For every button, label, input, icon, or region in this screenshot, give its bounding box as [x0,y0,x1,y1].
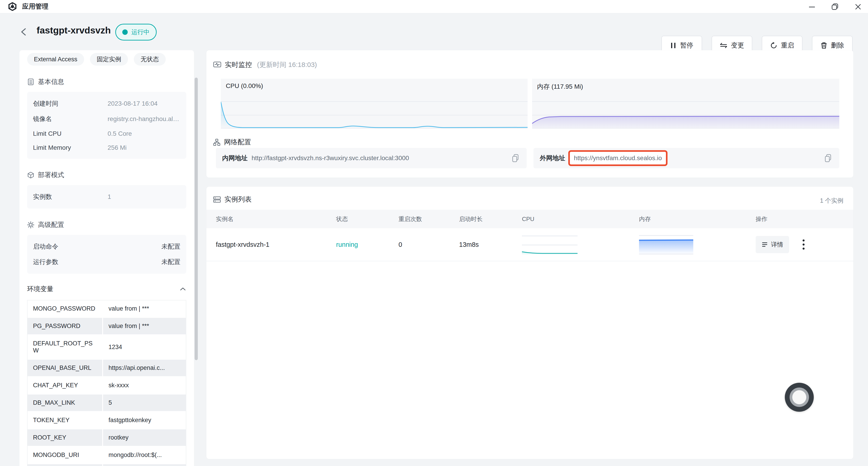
env-value: https://api.openai.c... [103,360,186,376]
env-key: DB_MAX_LINK [28,395,102,411]
copy-icon[interactable] [510,153,520,163]
monitor-icon [213,61,221,68]
network-title: 网络配置 [224,138,251,147]
tag-fixed-instance[interactable]: 固定实例 [90,53,128,66]
env-value: mongodb://root:$(... [103,447,186,463]
cpu-chart-title: CPU (0.00%) [226,82,263,90]
document-icon [27,78,34,86]
close-icon[interactable] [854,2,863,11]
instance-list-title: 实例列表 [224,195,252,204]
back-button[interactable] [19,26,29,37]
info-label: Limit CPU [33,130,107,137]
basic-info-box: 创建时间 2023-08-17 16:04 镜像名 registry.cn-ha… [27,92,186,159]
info-value: 未配置 [161,258,180,266]
info-row: Limit CPU 0.5 Core [27,127,186,141]
info-value: 2023-08-17 16:04 [107,100,158,107]
info-value: 0.5 Core [107,130,132,137]
col-header-actions: 操作 [756,215,853,223]
info-row: 启动命令 未配置 [27,239,186,254]
basic-info-header: 基本信息 [27,77,186,86]
page-title: fastgpt-xrvdsvzh [37,25,111,36]
gear-icon [27,221,34,229]
trash-icon [820,42,827,49]
status-dot-icon [122,29,128,35]
cpu-line-chart [221,79,528,128]
window-title: 应用管理 [22,2,49,11]
env-key: DEFAULT_ROOT_PSW [28,335,102,359]
instance-uptime: 13m8s [459,241,522,249]
restore-icon[interactable] [831,2,839,11]
deploy-mode-title: 部署模式 [38,171,64,180]
page-content: fastgpt-xrvdsvzh 运行中 暂停 变更 [0,13,868,466]
external-address-label: 外网地址 [540,154,565,163]
env-key: TOKEN_KEY [28,412,102,429]
info-row: 实例数 1 [27,189,186,204]
env-key: OPENAI_BASE_URL [28,360,102,376]
monitor-section-header: 实时监控 (更新时间 16:18:03) [213,60,317,69]
list-icon [213,196,221,203]
internal-address-label: 内网地址 [222,154,248,163]
basic-info-title: 基本信息 [38,77,64,86]
network-icon [213,139,220,146]
env-vars-header[interactable]: 环境变量 [27,285,186,294]
status-badge: 运行中 [115,24,157,40]
sidebar-scrollbar[interactable] [195,78,198,360]
env-value: 1234 [103,335,186,359]
col-header-cpu: CPU [522,215,639,223]
delete-button-label: 删除 [831,41,844,50]
env-vars-table: MONGO_PASSWORD value from | *** PG_PASSW… [27,300,186,466]
tag-stateless[interactable]: 无状态 [134,53,166,66]
env-key: MONGODB_URI [28,447,102,463]
env-value: fastgpt [103,464,186,466]
instance-restarts: 0 [399,241,459,249]
env-key: ROOT_KEY [28,429,102,446]
restart-button-label: 重启 [781,41,794,50]
app-detail-sidebar: External Access 固定实例 无状态 基本信息 创建时间 2023-… [20,50,194,466]
env-key: PG_PASSWORD [28,318,102,334]
cube-icon [27,172,34,179]
internal-address-row: 内网地址 http://fastgpt-xrvdsvzh.ns-r3wuxiry… [216,148,527,168]
info-value: 未配置 [161,242,180,251]
env-value: 5 [103,395,186,411]
instance-name: fastgpt-xrvdsvzh-1 [216,241,336,249]
window-titlebar: 应用管理 [0,0,868,13]
cursor-ring-middle [789,387,809,407]
info-label: 实例数 [33,193,107,201]
memory-chart-title: 内存 (117.95 Mi) [537,82,583,91]
info-label: 运行参数 [33,258,107,266]
instance-list-card: 实例列表 1 个实例 实例名 状态 重启次数 启动时长 CPU 内存 操作 fa… [206,186,853,459]
chevron-up-icon[interactable] [180,287,186,291]
env-value: value from | *** [103,318,186,334]
copy-icon[interactable] [823,153,833,163]
info-label: 创建时间 [33,99,107,108]
info-label: 镜像名 [33,115,107,123]
env-vars-title: 环境变量 [27,285,53,294]
external-address-link[interactable]: https://ynsvtfam.cloud.sealos.io [574,154,662,162]
monitor-title: 实时监控 [225,60,252,69]
external-address-row: 外网地址 https://ynsvtfam.cloud.sealos.io [533,148,839,168]
status-badge-label: 运行中 [131,28,150,36]
info-row: Limit Memory 256 Mi [27,141,186,155]
col-header-uptime: 启动时长 [459,215,522,223]
pause-icon [670,42,677,49]
kebab-menu-icon[interactable] [799,238,808,251]
detail-button[interactable]: 详情 [756,236,789,253]
detail-button-label: 详情 [771,240,783,249]
info-value: registry.cn-hangzhou.aliyuncs.... [107,115,180,123]
advanced-config-box: 启动命令 未配置 运行参数 未配置 [27,235,186,274]
info-row: 运行参数 未配置 [27,254,186,270]
col-header-memory: 内存 [639,215,756,223]
app-header: fastgpt-xrvdsvzh 运行中 暂停 变更 [0,13,868,50]
tag-external-access[interactable]: External Access [27,53,84,66]
env-value: fastgpttokenkey [103,412,186,429]
minimize-icon[interactable] [807,2,816,11]
memory-chart: 内存 (117.95 Mi) [532,79,839,128]
instance-status: running [336,241,399,249]
instance-count: 1 个实例 [820,197,843,205]
highlight-box: https://ynsvtfam.cloud.sealos.io [568,150,668,166]
env-key: CHAT_API_KEY [28,377,102,394]
env-key: MONGODB_NAME [28,464,102,466]
cursor-ring-core [792,390,806,404]
instance-table-header: 实例名 状态 重启次数 启动时长 CPU 内存 操作 [206,210,853,228]
internal-address-value: http://fastgpt-xrvdsvzh.ns-r3wuxiry.svc.… [252,154,409,162]
